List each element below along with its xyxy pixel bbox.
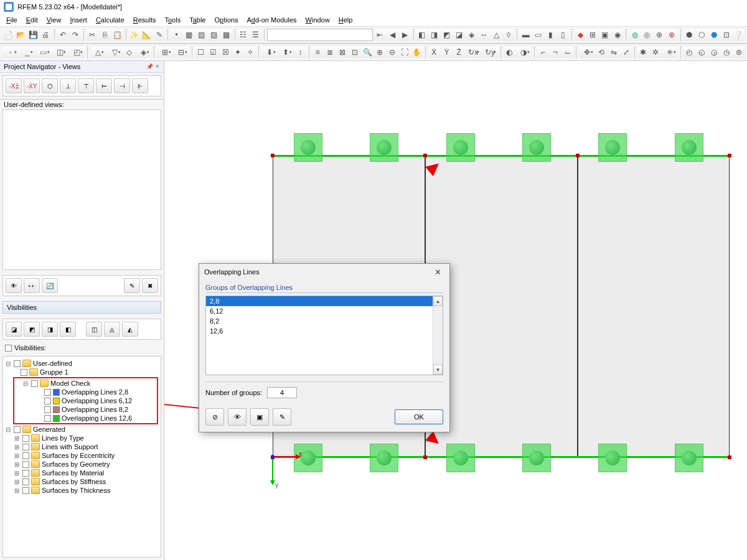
t2p-icon[interactable]: ✧ (244, 45, 256, 59)
visibilities-tree[interactable]: ⊟User-defined Gruppe 1 ⊟Model Check Over… (2, 356, 161, 558)
ext2-icon[interactable]: ✲ (650, 45, 662, 59)
va4-icon[interactable]: ✎ (124, 278, 140, 293)
undo-icon[interactable]: ↶ (57, 28, 68, 42)
support[interactable] (598, 133, 627, 162)
t2f-icon[interactable]: △ (90, 45, 106, 59)
list-item[interactable]: 2,8 (206, 296, 443, 306)
mod8-icon[interactable]: ⊡ (720, 28, 732, 42)
menu-help[interactable]: Help (335, 15, 357, 25)
t2t-icon[interactable]: ≡ (312, 45, 324, 59)
close-icon[interactable]: ✕ (431, 266, 444, 278)
measure-icon[interactable]: 📐 (141, 28, 153, 42)
mod2-icon[interactable]: ◎ (641, 28, 653, 42)
new-icon[interactable]: 📄 (2, 28, 14, 42)
support[interactable] (675, 444, 703, 472)
view-u3-icon[interactable]: ⊢ (96, 78, 112, 93)
view-u4-icon[interactable]: ⊣ (114, 78, 130, 93)
tree-gen-6[interactable]: Surfaces by Thickness (42, 487, 110, 494)
dlg-action-2-icon[interactable]: 👁 (228, 408, 247, 426)
node[interactable] (271, 154, 275, 157)
menu-table[interactable]: Table (186, 15, 209, 25)
view-u1-icon[interactable]: ⊥ (60, 78, 76, 93)
cube1-icon[interactable]: ◧ (416, 28, 428, 42)
support[interactable] (370, 444, 398, 472)
user-views-list[interactable] (2, 110, 161, 270)
t2h-icon[interactable]: ◇ (123, 45, 135, 59)
t2u-icon[interactable]: ≣ (324, 45, 336, 59)
grid1-icon[interactable]: ▦ (183, 28, 195, 42)
support[interactable] (446, 133, 475, 162)
support[interactable] (522, 444, 551, 472)
ok-button[interactable]: OK (395, 409, 443, 424)
visibilities-checkbox[interactable] (5, 345, 12, 352)
menu-results[interactable]: Results (129, 15, 160, 25)
t2d-icon[interactable]: ◫ (52, 45, 68, 59)
view-xy-icon[interactable]: -X̂Y (24, 78, 40, 93)
groups-listbox[interactable]: 2,8 6,12 8,2 12,6 ▲ ▼ (205, 296, 443, 375)
vb2-icon[interactable]: ◩ (24, 322, 40, 337)
mod7-icon[interactable]: ⬣ (708, 28, 720, 42)
tree-gen-5[interactable]: Surfaces by Stiffness (42, 478, 106, 485)
dialog-titlebar[interactable]: Overlapping Lines ✕ (199, 264, 449, 280)
nav-next-icon[interactable]: ▶ (399, 28, 411, 42)
nav-first-icon[interactable]: ⇤ (374, 28, 386, 42)
t2g-icon[interactable]: ▽ (106, 45, 123, 59)
view-u5-icon[interactable]: ⊩ (132, 78, 148, 93)
view2-icon[interactable]: ◑ (515, 45, 532, 59)
node[interactable] (728, 455, 731, 459)
t2m-icon[interactable]: ☑ (207, 45, 219, 59)
zoom3-icon[interactable]: ⊖ (387, 45, 398, 59)
grid2-icon[interactable]: ▧ (195, 28, 207, 42)
open-icon[interactable]: 📂 (15, 28, 27, 42)
menu-window[interactable]: Window (302, 15, 334, 25)
tree-mc-0[interactable]: Overlapping Lines 2,8 (62, 388, 128, 396)
t2i-icon[interactable]: ◈ (136, 45, 152, 59)
t2e-icon[interactable]: ◰ (68, 45, 85, 59)
e2-icon[interactable]: ◵ (696, 45, 708, 59)
menu-file[interactable]: File (2, 15, 21, 25)
print-icon[interactable]: 🖨 (40, 28, 52, 42)
res3-icon[interactable]: ▮ (545, 28, 557, 42)
e4-icon[interactable]: ◷ (721, 45, 733, 59)
res1-icon[interactable]: ▬ (520, 28, 532, 42)
tree-gen-0[interactable]: Lines by Type (42, 434, 84, 442)
support[interactable] (446, 444, 475, 472)
t2o-icon[interactable]: ✦ (232, 45, 243, 59)
t2c-icon[interactable]: ▭ (35, 45, 52, 59)
snapz-icon[interactable]: Ż (453, 45, 465, 59)
ext1-icon[interactable]: ✱ (637, 45, 649, 59)
view-u2-icon[interactable]: ⊤ (78, 78, 94, 93)
iso-icon[interactable]: ◈ (466, 28, 477, 42)
support[interactable] (598, 444, 627, 472)
t2b-icon[interactable]: ⎯ (19, 45, 35, 59)
wand-icon[interactable]: ✎ (153, 28, 165, 42)
tree-gruppe1[interactable]: Gruppe 1 (40, 368, 68, 376)
cube4-icon[interactable]: ◪ (453, 28, 465, 42)
loadcase-combo[interactable] (267, 29, 373, 41)
mod5-icon[interactable]: ⬢ (684, 28, 695, 42)
support-icon[interactable]: △ (491, 28, 502, 42)
cube2-icon[interactable]: ◨ (428, 28, 440, 42)
vb5-icon[interactable]: ◫ (86, 322, 102, 337)
node[interactable] (728, 154, 731, 157)
move-icon[interactable]: ✥ (579, 45, 595, 59)
t2n-icon[interactable]: ☒ (220, 45, 232, 59)
scrollbar[interactable]: ▲ ▼ (433, 296, 443, 375)
list-item[interactable]: 12,6 (206, 326, 443, 336)
dlg-action-visibility-icon[interactable]: ✎ (273, 408, 291, 426)
dlg-action-1-icon[interactable]: ⊘ (205, 408, 224, 426)
hidden-icon[interactable]: ◊ (503, 28, 515, 42)
rotx-icon[interactable]: ↻x (466, 45, 482, 59)
rot-icon[interactable]: ⟲ (596, 45, 608, 59)
dlg-action-3-icon[interactable]: ▣ (250, 408, 269, 426)
tree-gen-2[interactable]: Surfaces by Eccentricity (42, 452, 115, 459)
cut-icon[interactable]: ✂ (87, 28, 98, 42)
grid3-icon[interactable]: ▨ (208, 28, 220, 42)
support[interactable] (522, 133, 551, 162)
tree-mc-1[interactable]: Overlapping Lines 6,12 (62, 397, 132, 404)
ext3-icon[interactable]: ✳ (662, 45, 679, 59)
fit-icon[interactable]: ⛶ (399, 45, 411, 59)
mesh-icon[interactable]: ⊞ (587, 28, 599, 42)
scroll-down-icon[interactable]: ▼ (433, 365, 443, 375)
count-field[interactable] (267, 387, 297, 398)
